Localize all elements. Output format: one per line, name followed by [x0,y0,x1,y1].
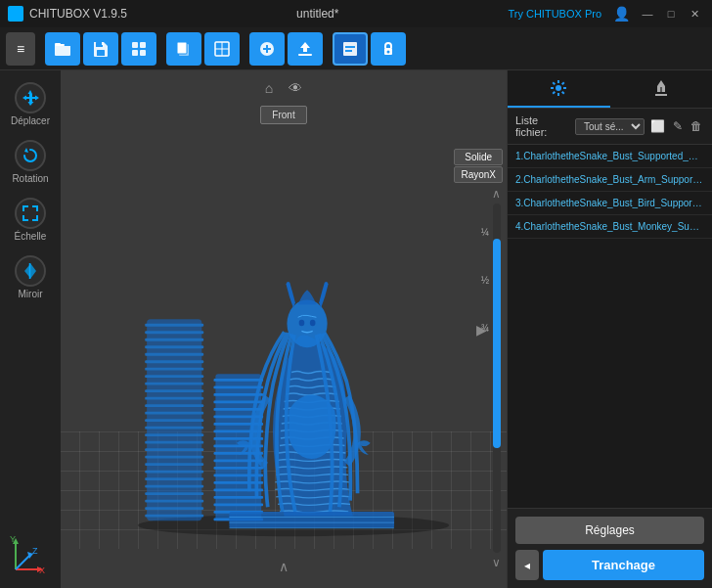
window-controls: — □ ✕ [638,5,704,23]
mirror-label: Miroir [19,289,43,299]
scale-label: Échelle [15,231,47,242]
file-list-label: Liste fichier: [515,114,569,138]
svg-rect-3 [96,42,103,47]
lock-button[interactable] [371,32,406,66]
mirror-icon [15,255,46,287]
solid-mode-button[interactable]: Solide [454,149,503,165]
svg-point-85 [310,320,316,327]
panel-bottom: Réglages ◂ Tranchage [508,508,712,588]
viewport[interactable]: ⌂ 👁 Front [61,70,507,588]
home-view-icon[interactable]: ⌂ [265,80,273,96]
svg-rect-52 [145,448,203,451]
file-edit-icon[interactable]: ✎ [671,118,685,134]
svg-rect-20 [345,50,352,52]
svg-rect-2 [97,50,105,56]
svg-line-30 [16,556,29,569]
svg-rect-57 [145,485,203,488]
support-tab[interactable] [610,70,713,108]
add-button[interactable] [249,32,285,66]
settings-tab[interactable] [508,70,610,108]
svg-rect-36 [145,331,203,334]
maximize-button[interactable]: □ [661,5,681,23]
slice-view-button[interactable] [333,32,368,66]
svg-rect-54 [145,463,203,466]
right-panel: Liste fichier: Tout sé... ⬜ ✎ 🗑 1.Charlo… [507,70,712,588]
try-pro-link[interactable]: Try CHITUBOX Pro [508,8,601,20]
reglages-button[interactable]: Réglages [515,517,704,544]
app-name: CHITUBOX V1.9.5 [29,7,127,21]
svg-rect-63 [213,379,263,382]
svg-rect-86 [229,512,394,528]
tranchage-arrow-button[interactable]: ◂ [515,550,539,580]
close-button[interactable]: ✕ [685,5,704,23]
file-list: 1.CharlothetheSnake_Bust_Supported_Hollo… [508,145,712,508]
svg-rect-50 [145,433,203,436]
render-modes: Solide RayonX [454,149,503,184]
app-title: CHITUBOX V1.9.5 [8,6,127,22]
rotate-label: Rotation [12,173,48,184]
file-item-1[interactable]: 1.CharlothetheSnake_Bust_Supported_Hollo… [508,145,712,168]
scroll-up-chevron[interactable]: ∧ [279,559,289,574]
file-item-2[interactable]: 2.CharlothetheSnake_Bust_Arm_Supported.s… [508,168,712,192]
file-list-header: Liste fichier: Tout sé... ⬜ ✎ 🗑 [508,109,712,145]
file-item-3[interactable]: 3.CharlothetheSnake_Bust_Bird_Supported.… [508,192,712,215]
save-button[interactable] [83,32,118,66]
svg-rect-58 [145,492,203,495]
svg-rect-8 [140,50,146,56]
svg-rect-40 [145,360,203,363]
svg-text:Y: Y [10,534,16,544]
open-button[interactable] [45,32,80,66]
cube-nav: Front [260,106,307,124]
svg-rect-19 [345,46,355,48]
svg-rect-56 [145,477,203,480]
svg-rect-55 [145,471,203,474]
scale-tool[interactable]: Échelle [6,194,55,246]
svg-rect-35 [145,324,203,327]
svg-rect-38 [145,345,203,348]
svg-rect-4 [102,42,104,45]
mirror-tool[interactable]: Miroir [6,251,55,303]
svg-rect-43 [145,383,203,385]
svg-rect-47 [145,412,203,415]
scroll-labels: ¼ ½ ¾ [481,227,489,334]
rayonx-mode-button[interactable]: RayonX [454,166,503,183]
main-area: Déplacer Rotation Échelle [0,70,712,588]
menu-button[interactable]: ≡ [6,32,35,66]
file-item-4[interactable]: 4.CharlothetheSnake_Bust_Monkey_Supporte… [508,215,712,239]
svg-rect-6 [140,42,146,48]
rotate-icon [15,140,46,171]
scroll-thumb [493,239,501,448]
scroll-down-arrow[interactable]: ∧ [492,188,501,200]
scroll-indicator: ∧ ∨ [492,188,501,568]
file-copy-icon[interactable]: ⬜ [648,118,667,134]
tranchage-button[interactable]: Tranchage [543,550,704,580]
svg-rect-61 [145,515,203,518]
svg-rect-51 [145,441,203,444]
quarter-label: ¼ [481,227,489,238]
file-filter-select[interactable]: Tout sé... [575,118,645,135]
rotate-tool[interactable]: Rotation [6,136,55,188]
svg-rect-59 [145,500,203,503]
panel-tabs [508,70,712,109]
scroll-track[interactable] [493,204,501,553]
layout-button[interactable] [121,32,156,66]
scroll-up-arrow[interactable]: ∨ [492,557,501,568]
title-bar: CHITUBOX V1.9.5 untitled* Try CHITUBOX P… [0,0,712,27]
svg-point-84 [299,320,305,327]
svg-rect-45 [145,397,203,400]
svg-text:Z: Z [32,546,38,556]
move-tool[interactable]: Déplacer [6,78,55,130]
upload-button[interactable] [288,32,323,66]
file-delete-icon[interactable]: 🗑 [689,118,704,134]
view-button[interactable] [204,32,240,66]
scroll-right-arrow[interactable]: ▶ [476,322,487,338]
svg-rect-80 [213,503,263,506]
user-icon[interactable]: 👤 [613,6,630,22]
move-icon [15,82,46,113]
cube-front-face[interactable]: Front [260,106,307,124]
view-cube[interactable]: Front [260,106,307,124]
minimize-button[interactable]: — [638,5,657,23]
half-label: ½ [481,275,489,286]
eye-view-icon[interactable]: 👁 [289,80,302,96]
copy-button[interactable] [166,32,201,66]
